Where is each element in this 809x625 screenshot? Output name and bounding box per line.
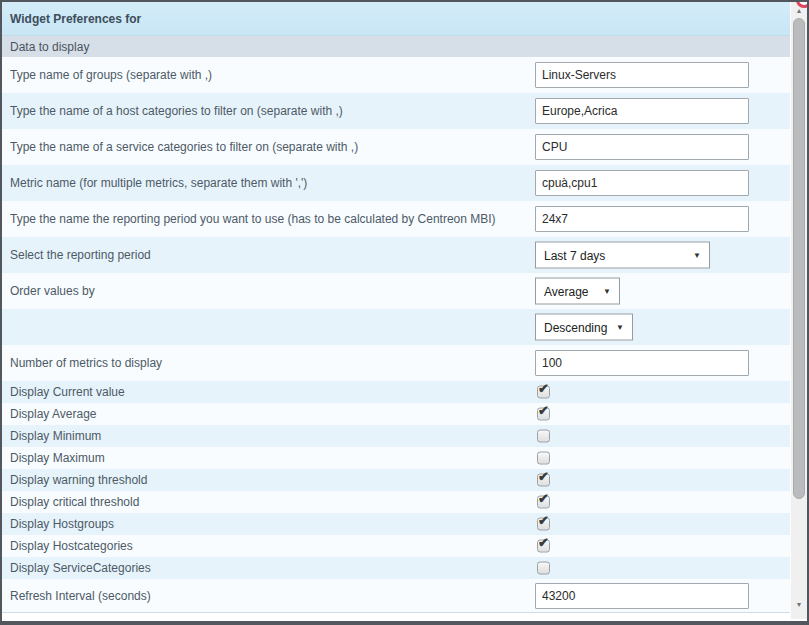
chevron-down-icon: ▼: [616, 323, 624, 332]
groups-label: Type name of groups (separate with ,): [10, 68, 212, 82]
order-direction-select[interactable]: Descending ▼: [535, 314, 633, 341]
scrollbar-thumb[interactable]: [793, 18, 805, 499]
row-order-by: Order values by Average ▼: [2, 273, 790, 309]
display-hostcategories-label: Display Hostcategories: [10, 539, 133, 553]
row-display-critical: Display critical threshold ✔: [2, 491, 790, 513]
service-categories-label: Type the name of a service categories to…: [10, 140, 358, 154]
row-host-categories: Type the name of a host categories to fi…: [2, 93, 790, 129]
display-warning-checkbox[interactable]: ✔: [537, 474, 550, 487]
check-icon: ✔: [538, 382, 549, 395]
display-current-checkbox[interactable]: ✔: [537, 386, 550, 399]
order-direction-selected-value: Descending: [544, 320, 607, 334]
display-maximum-label: Display Maximum: [10, 451, 105, 465]
display-hostgroups-label: Display Hostgroups: [10, 517, 114, 531]
host-categories-input[interactable]: [535, 98, 749, 124]
metrics-count-input[interactable]: [535, 350, 749, 376]
reporting-period-label: Select the reporting period: [10, 248, 151, 262]
row-order-direction: Descending ▼: [2, 309, 790, 345]
display-critical-checkbox[interactable]: ✔: [537, 496, 550, 509]
row-display-warning: Display warning threshold ✔: [2, 469, 790, 491]
vertical-scrollbar[interactable]: ▲ ▼: [790, 2, 807, 619]
reporting-period-selected-value: Last 7 days: [544, 248, 605, 262]
row-reporting-period-name: Type the name the reporting period you w…: [2, 201, 790, 237]
row-display-servicecategories: Display ServiceCategories ✔: [2, 557, 790, 579]
order-by-selected-value: Average: [544, 284, 588, 298]
row-service-categories: Type the name of a service categories to…: [2, 129, 790, 165]
order-by-select[interactable]: Average ▼: [535, 278, 620, 305]
host-categories-label: Type the name of a host categories to fi…: [10, 104, 343, 118]
section-title: Data to display: [10, 40, 89, 54]
service-categories-input[interactable]: [535, 134, 749, 160]
row-metric-name: Metric name (for multiple metrics, separ…: [2, 165, 790, 201]
row-reporting-period: Select the reporting period Last 7 days …: [2, 237, 790, 273]
form-rows: Type name of groups (separate with ,) Ty…: [2, 57, 790, 613]
display-current-label: Display Current value: [10, 385, 125, 399]
row-display-average: Display Average ✔: [2, 403, 790, 425]
display-maximum-checkbox[interactable]: ✔: [537, 452, 550, 465]
row-display-maximum: Display Maximum ✔: [2, 447, 790, 469]
refresh-interval-input[interactable]: [535, 583, 749, 609]
row-groups: Type name of groups (separate with ,): [2, 57, 790, 93]
reporting-period-name-input[interactable]: [535, 206, 749, 232]
reporting-period-name-label: Type the name the reporting period you w…: [10, 212, 496, 226]
section-data-to-display: Data to display: [2, 36, 790, 57]
check-icon: ✔: [538, 492, 549, 505]
display-hostcategories-checkbox[interactable]: ✔: [537, 540, 550, 553]
display-minimum-checkbox[interactable]: ✔: [537, 430, 550, 443]
check-icon: ✔: [538, 514, 549, 527]
display-average-label: Display Average: [10, 407, 97, 421]
display-minimum-label: Display Minimum: [10, 429, 101, 443]
preferences-form: Widget Preferences for Data to display T…: [2, 2, 790, 613]
scroll-down-icon[interactable]: ▼: [791, 598, 807, 611]
chevron-down-icon: ▼: [603, 287, 611, 296]
display-critical-label: Display critical threshold: [10, 495, 139, 509]
metric-name-input[interactable]: [535, 170, 749, 196]
row-display-hostcategories: Display Hostcategories ✔: [2, 535, 790, 557]
widget-preferences-window: Widget Preferences for Data to display T…: [0, 0, 809, 625]
row-metrics-count: Number of metrics to display: [2, 345, 790, 381]
metrics-count-label: Number of metrics to display: [10, 356, 162, 370]
order-by-label: Order values by: [10, 284, 95, 298]
row-refresh-interval: Refresh Interval (seconds): [2, 579, 790, 612]
refresh-interval-label: Refresh Interval (seconds): [10, 589, 151, 603]
window-title: Widget Preferences for: [10, 12, 141, 26]
display-servicecategories-label: Display ServiceCategories: [10, 561, 151, 575]
check-icon: ✔: [538, 404, 549, 417]
reporting-period-select[interactable]: Last 7 days ▼: [535, 242, 710, 269]
chevron-down-icon: ▼: [693, 251, 701, 260]
check-icon: ✔: [538, 470, 549, 483]
display-average-checkbox[interactable]: ✔: [537, 408, 550, 421]
groups-input[interactable]: [535, 62, 749, 88]
display-warning-label: Display warning threshold: [10, 473, 147, 487]
window-titlebar: Widget Preferences for: [2, 2, 790, 36]
check-icon: ✔: [538, 536, 549, 549]
row-display-current: Display Current value ✔: [2, 381, 790, 403]
row-display-hostgroups: Display Hostgroups ✔: [2, 513, 790, 535]
metric-name-label: Metric name (for multiple metrics, separ…: [10, 176, 307, 190]
display-servicecategories-checkbox[interactable]: ✔: [537, 562, 550, 575]
row-display-minimum: Display Minimum ✔: [2, 425, 790, 447]
display-hostgroups-checkbox[interactable]: ✔: [537, 518, 550, 531]
